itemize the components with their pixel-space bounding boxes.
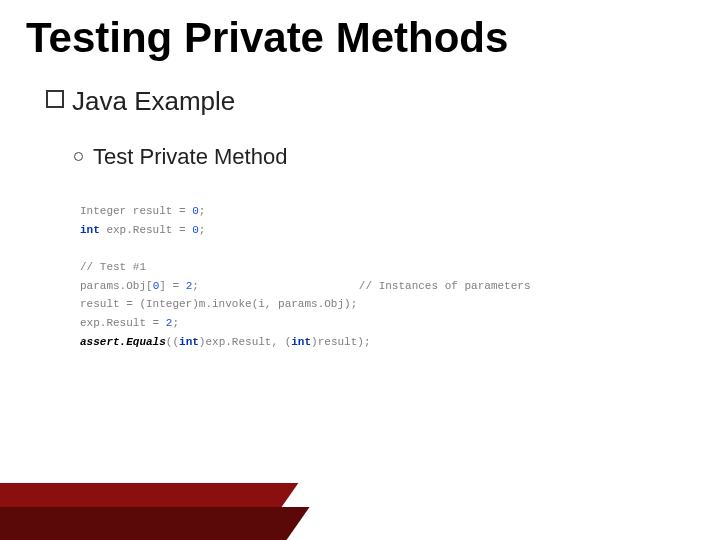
code-line: assert.Equals((int)exp.Result, (int)resu…: [80, 333, 720, 352]
bullet-level-2: Test Private Method: [74, 144, 287, 170]
slide-title: Testing Private Methods: [26, 14, 508, 62]
code-line: int exp.Result = 0;: [80, 221, 720, 240]
slide-decoration: [0, 483, 290, 540]
bullet-2-text: Test Private Method: [93, 144, 287, 169]
circle-bullet-icon: [74, 152, 83, 161]
square-bullet-icon: [46, 90, 64, 108]
code-line: [80, 239, 720, 258]
decoration-band: [0, 483, 298, 507]
bullet-1-text: Java Example: [72, 86, 235, 116]
code-line: // Test #1: [80, 258, 720, 277]
code-line: exp.Result = 2;: [80, 314, 720, 333]
code-line: params.Obj[0] = 2;// Instances of parame…: [80, 277, 720, 296]
code-line: Integer result = 0;: [80, 202, 720, 221]
bullet-level-1: Java Example: [46, 86, 235, 117]
decoration-band: [0, 507, 310, 540]
code-line: result = (Integer)m.invoke(i, params.Obj…: [80, 295, 720, 314]
code-block: Integer result = 0; int exp.Result = 0; …: [80, 202, 720, 352]
